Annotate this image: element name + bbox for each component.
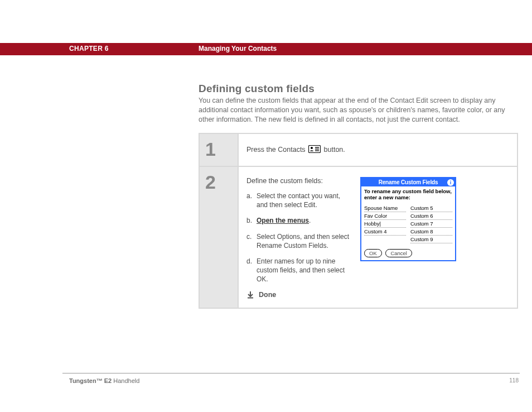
custom-field-input[interactable]: Hobby| xyxy=(364,220,406,228)
step-2c-letter: c. xyxy=(246,232,257,250)
custom-field-input[interactable]: Custom 8 xyxy=(410,228,452,236)
svg-point-1 xyxy=(311,147,313,149)
step-2a: a. Select the contact you want, and then… xyxy=(246,191,352,209)
custom-field-input[interactable]: Custom 5 xyxy=(410,204,452,212)
step-2a-text: Select the contact you want, and then se… xyxy=(257,191,352,209)
intro-paragraph: You can define the custom fields that ap… xyxy=(199,96,512,124)
footer-divider xyxy=(62,373,520,373)
step-2b-link[interactable]: Open the menus xyxy=(257,217,309,224)
step-2b-after: . xyxy=(309,217,311,224)
step-2-body: Define the custom fields: a. Select the … xyxy=(239,167,517,308)
footer-product-bold: Tungsten™ E2 xyxy=(69,377,112,384)
step-1-text-before: Press the Contacts xyxy=(246,146,307,154)
ok-button[interactable]: OK xyxy=(364,249,382,257)
dialog-title: Rename Custom Fields xyxy=(379,179,438,185)
step-2d: d. Enter names for up to nine custom fie… xyxy=(246,257,352,284)
contacts-icon xyxy=(308,145,321,155)
step-2c-text: Select Options, and then select Rename C… xyxy=(257,232,352,250)
footer-product-rest: Handheld xyxy=(112,377,139,384)
custom-field-input[interactable]: Custom 9 xyxy=(410,236,452,243)
info-icon[interactable]: i xyxy=(447,179,454,186)
custom-field-input[interactable]: Custom 7 xyxy=(410,220,452,228)
step-2-row: 2 Define the custom fields: a. Select th… xyxy=(200,167,517,308)
custom-field-input[interactable]: Custom 4 xyxy=(364,228,406,236)
step-2-number-cell: 2 xyxy=(200,167,239,308)
custom-field-input[interactable]: Custom 6 xyxy=(410,212,452,220)
step-2-lead: Define the custom fields: xyxy=(246,177,352,185)
chapter-label: CHAPTER 6 xyxy=(69,45,109,52)
step-1-text-after: button. xyxy=(324,146,345,154)
footer-product: Tungsten™ E2 Handheld xyxy=(69,377,139,384)
done-arrow-icon xyxy=(246,291,254,299)
step-2b: b. Open the menus. xyxy=(246,216,352,225)
step-1-number: 1 xyxy=(205,138,232,160)
step-2d-letter: d. xyxy=(246,257,257,284)
chapter-title: Managing Your Contacts xyxy=(199,45,277,52)
custom-field-input[interactable]: Spouse Name xyxy=(364,204,406,212)
custom-field-input[interactable]: Fav Color xyxy=(364,212,406,220)
rename-custom-fields-dialog: Rename Custom Fields i To rename any cus… xyxy=(360,177,456,261)
step-2b-letter: b. xyxy=(246,216,257,225)
done-label: Done xyxy=(259,291,276,299)
done-row: Done xyxy=(246,291,352,299)
page-number: 118 xyxy=(509,377,519,384)
step-1-number-cell: 1 xyxy=(200,134,239,166)
step-2c: c. Select Options, and then select Renam… xyxy=(246,232,352,250)
page-heading: Defining custom fields xyxy=(199,83,315,95)
step-1-body: Press the Contacts button. xyxy=(239,134,517,166)
custom-fields-grid: Spouse Name Fav Color Hobby| Custom 4 Cu… xyxy=(364,204,452,243)
step-2d-text: Enter names for up to nine custom fields… xyxy=(257,257,352,284)
steps-container: 1 Press the Contacts button. xyxy=(199,133,518,309)
custom-field-input[interactable] xyxy=(364,236,406,243)
step-2-number: 2 xyxy=(205,171,232,193)
cancel-button[interactable]: Cancel xyxy=(385,249,412,257)
dialog-instruction: To rename any custom field below, enter … xyxy=(364,189,452,201)
step-2a-letter: a. xyxy=(246,191,257,209)
dialog-titlebar: Rename Custom Fields i xyxy=(361,178,455,186)
step-1-row: 1 Press the Contacts button. xyxy=(200,134,517,167)
